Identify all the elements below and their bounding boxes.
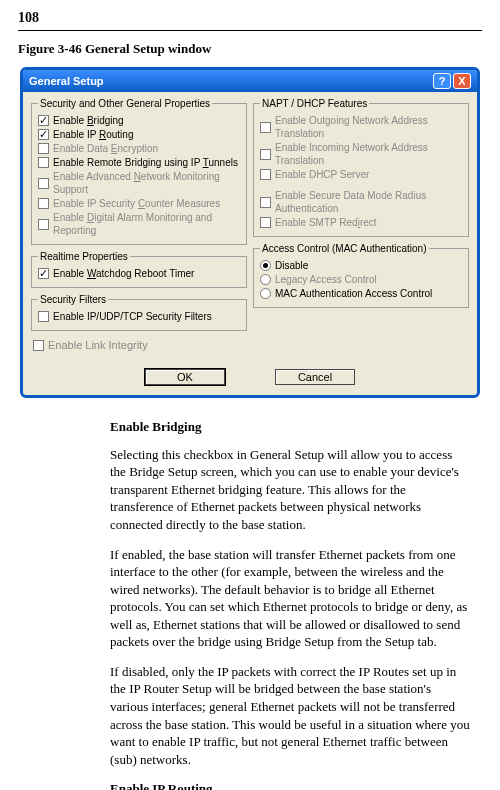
- napt-group: NAPT / DHCP Features Enable Outgoing Net…: [253, 98, 469, 237]
- remote-bridging-label: Enable Remote Bridging using IP Tunnels: [53, 156, 238, 169]
- network-monitoring-checkbox: [38, 178, 49, 189]
- smtp-redirect-checkbox: [260, 217, 271, 228]
- para-3: If disabled, only the IP packets with co…: [110, 663, 470, 768]
- outgoing-nat-label: Enable Outgoing Network Address Translat…: [275, 114, 462, 140]
- disable-label: Disable: [275, 259, 308, 272]
- help-button[interactable]: ?: [433, 73, 451, 89]
- ip-filters-label: Enable IP/UDP/TCP Security Filters: [53, 310, 212, 323]
- link-integrity-checkbox: [33, 340, 44, 351]
- top-rule: [18, 30, 482, 31]
- network-monitoring-label: Enable Advanced Network Monitoring Suppo…: [53, 170, 240, 196]
- access-control-group: Access Control (MAC Authentication) Disa…: [253, 243, 469, 308]
- link-integrity-label: Enable Link Integrity: [48, 338, 148, 352]
- counter-measures-label: Enable IP Security Counter Measures: [53, 197, 220, 210]
- para-1: Selecting this checkbox in General Setup…: [110, 446, 470, 534]
- dhcp-server-checkbox: [260, 169, 271, 180]
- ok-button[interactable]: OK: [145, 369, 225, 385]
- ip-routing-checkbox[interactable]: [38, 129, 49, 140]
- filters-group: Security Filters Enable IP/UDP/TCP Secur…: [31, 294, 247, 331]
- general-setup-window: General Setup ? X Security and Other Gen…: [20, 67, 480, 398]
- encryption-checkbox: [38, 143, 49, 154]
- legacy-label: Legacy Access Control: [275, 273, 377, 286]
- filters-legend: Security Filters: [38, 294, 108, 305]
- bridging-checkbox[interactable]: [38, 115, 49, 126]
- outgoing-nat-checkbox: [260, 122, 271, 133]
- realtime-group: Realtime Properties Enable Watchdog Rebo…: [31, 251, 247, 288]
- figure-caption: Figure 3-46 General Setup window: [18, 41, 482, 57]
- encryption-label: Enable Data Encryption: [53, 142, 158, 155]
- incoming-nat-checkbox: [260, 149, 271, 160]
- security-legend: Security and Other General Properties: [38, 98, 212, 109]
- close-button[interactable]: X: [453, 73, 471, 89]
- disable-radio[interactable]: [260, 260, 271, 271]
- remote-bridging-checkbox[interactable]: [38, 157, 49, 168]
- realtime-legend: Realtime Properties: [38, 251, 130, 262]
- incoming-nat-label: Enable Incoming Network Address Translat…: [275, 141, 462, 167]
- dhcp-server-label: Enable DHCP Server: [275, 168, 369, 181]
- counter-measures-checkbox: [38, 198, 49, 209]
- radius-auth-checkbox: [260, 197, 271, 208]
- access-control-legend: Access Control (MAC Authentication): [260, 243, 429, 254]
- digital-alarm-label: Enable Digital Alarm Monitoring and Repo…: [53, 211, 240, 237]
- napt-legend: NAPT / DHCP Features: [260, 98, 369, 109]
- mac-auth-radio[interactable]: [260, 288, 271, 299]
- page-number: 108: [18, 10, 482, 26]
- smtp-redirect-label: Enable SMTP Redirect: [275, 216, 377, 229]
- mac-auth-label: MAC Authentication Access Control: [275, 287, 432, 300]
- radius-auth-label: Enable Secure Data Mode Radius Authentic…: [275, 189, 462, 215]
- heading-enable-bridging: Enable Bridging: [110, 418, 470, 436]
- bridging-label: Enable Bridging: [53, 114, 124, 127]
- ip-filters-checkbox[interactable]: [38, 311, 49, 322]
- security-group: Security and Other General Properties En…: [31, 98, 247, 245]
- titlebar: General Setup ? X: [23, 70, 477, 92]
- heading-enable-ip-routing: Enable IP Routing: [110, 780, 470, 790]
- window-title: General Setup: [29, 75, 104, 87]
- watchdog-label: Enable Watchdog Reboot Timer: [53, 267, 194, 280]
- legacy-radio: [260, 274, 271, 285]
- para-2: If enabled, the base station will transf…: [110, 546, 470, 651]
- watchdog-checkbox[interactable]: [38, 268, 49, 279]
- ip-routing-label: Enable IP Routing: [53, 128, 133, 141]
- cancel-button[interactable]: Cancel: [275, 369, 355, 385]
- digital-alarm-checkbox: [38, 219, 49, 230]
